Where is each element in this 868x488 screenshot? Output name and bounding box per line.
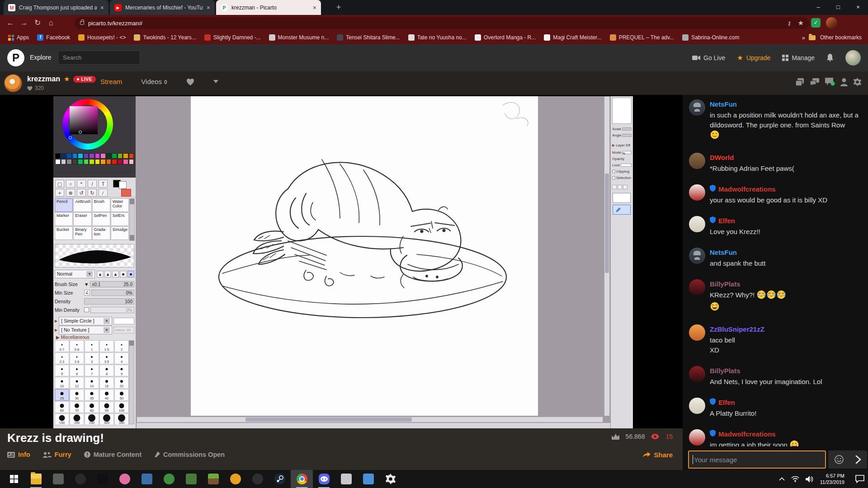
- upgrade-button[interactable]: ★ Upgrade: [737, 54, 770, 62]
- palette-swatch[interactable]: [78, 153, 83, 159]
- brush-size-7[interactable]: 7: [85, 365, 99, 376]
- section-miscellaneous[interactable]: ▶ Miscellaneous: [56, 335, 90, 340]
- palette-swatch[interactable]: [123, 153, 128, 159]
- sai-tool-watercolor[interactable]: Water Color: [111, 198, 129, 212]
- brush-size-250[interactable]: 250: [85, 413, 99, 425]
- chat-message[interactable]: Madwolfcreationsyour ass would be good a…: [689, 184, 863, 205]
- go-live-button[interactable]: Go Live: [692, 54, 725, 61]
- brush-size-350[interactable]: 350: [114, 413, 129, 425]
- home-icon[interactable]: ⌂: [44, 19, 58, 28]
- text-tool-icon[interactable]: T: [99, 180, 108, 188]
- brush-size-14[interactable]: 14: [85, 377, 99, 389]
- bookmark-item[interactable]: Tensei Shitara Slime...: [337, 34, 400, 41]
- taskbar-mail-app[interactable]: [357, 470, 379, 488]
- brush-size-0.7[interactable]: 0.7: [55, 340, 69, 352]
- palette-swatch[interactable]: [61, 159, 66, 164]
- chat-avatar[interactable]: [689, 153, 705, 169]
- param-slider[interactable]: 0%: [91, 290, 134, 296]
- bookmark-item[interactable]: Twokinds - 12 Years...: [134, 34, 196, 41]
- chat-message[interactable]: NetsFunin such a position milk wouldn't …: [689, 99, 863, 142]
- palette-swatch[interactable]: [89, 159, 94, 164]
- chat-username[interactable]: BillyPlats: [710, 366, 741, 376]
- tab-close-icon[interactable]: ×: [100, 4, 104, 11]
- bookmark-item[interactable]: Sabrina-Online.com: [682, 34, 739, 41]
- selection-checkbox[interactable]: Selection: [612, 176, 632, 180]
- brush-size-40[interactable]: 40: [99, 389, 114, 401]
- share-button[interactable]: Share: [643, 451, 673, 459]
- brush-size-50[interactable]: 50: [114, 389, 129, 401]
- taskbar-tree-game[interactable]: [180, 470, 202, 488]
- caret-down-icon[interactable]: ▼: [84, 282, 89, 287]
- palette-swatch[interactable]: [78, 159, 83, 164]
- mode-select[interactable]: N: [622, 151, 632, 154]
- tray-chevron-up-icon[interactable]: [779, 477, 785, 481]
- chat-message[interactable]: ElfenA Platty Burrito!: [689, 398, 863, 418]
- sai-tool-smudge[interactable]: Smudge: [111, 226, 129, 240]
- taskbar-steam[interactable]: [269, 470, 291, 488]
- bookmark-item[interactable]: Monster Musume n...: [269, 34, 329, 41]
- sai-tool-pencil[interactable]: Pencil: [55, 198, 73, 212]
- browser-profile-avatar[interactable]: [826, 17, 837, 28]
- chat-message[interactable]: ZzBluSniper21zZtaco bellXD: [689, 324, 863, 355]
- taskbar-chrome[interactable]: [291, 470, 313, 488]
- multistream-icon[interactable]: [796, 78, 805, 86]
- send-message-icon[interactable]: [855, 455, 861, 464]
- eyedropper-icon[interactable]: ∕: [99, 189, 108, 197]
- brush-size-1.5[interactable]: 1.5: [99, 340, 114, 352]
- magic-wand-icon[interactable]: *: [77, 180, 86, 188]
- taskbar-creator-app[interactable]: [246, 470, 269, 488]
- zoom-icon[interactable]: ⊕: [66, 189, 75, 197]
- palette-swatch[interactable]: [84, 159, 89, 164]
- other-bookmarks[interactable]: Other bookmarks: [820, 34, 862, 41]
- palette-swatch[interactable]: [100, 153, 106, 159]
- palette-swatch[interactable]: [112, 159, 117, 164]
- chat-username[interactable]: DWorld: [710, 153, 734, 163]
- volume-icon[interactable]: [806, 476, 814, 483]
- taskbar-fire-game[interactable]: [224, 470, 246, 488]
- angle-slider[interactable]: [622, 134, 632, 137]
- taskbar-hardware-monitor-app[interactable]: [47, 470, 69, 488]
- scale-slider[interactable]: [622, 127, 632, 131]
- taskbar-pink-creature-app[interactable]: [113, 470, 136, 488]
- chat-avatar[interactable]: [689, 429, 705, 446]
- brush-size-60[interactable]: 60: [55, 401, 69, 413]
- pen-icon[interactable]: /: [88, 180, 97, 188]
- bookmark-item[interactable]: Tate no Yuusha no...: [408, 34, 467, 41]
- palette-swatch[interactable]: [112, 153, 117, 159]
- start-button[interactable]: [3, 470, 25, 488]
- rotate-ccw-icon[interactable]: ↺: [77, 189, 86, 197]
- layer-row-selected[interactable]: [613, 205, 631, 215]
- brush-size-100[interactable]: 100: [114, 401, 129, 413]
- brush-size-300[interactable]: 300: [99, 413, 114, 425]
- rotate-cw-icon[interactable]: ↻: [88, 189, 97, 197]
- bookmark-star-icon[interactable]: ★: [798, 19, 804, 27]
- param-slider[interactable]: 100: [84, 298, 134, 305]
- chat-message-input[interactable]: Your message: [688, 450, 826, 469]
- layer-row[interactable]: [613, 193, 631, 203]
- chat-avatar[interactable]: [689, 324, 705, 341]
- move-icon[interactable]: +: [55, 189, 64, 197]
- brush-size-200[interactable]: 200: [70, 413, 84, 425]
- palette-swatch[interactable]: [72, 159, 78, 164]
- chat-avatar[interactable]: [689, 216, 705, 232]
- palette-swatch[interactable]: [129, 153, 134, 159]
- browser-tab[interactable]: ▶Mercenaries of Mischief - YouTub×: [110, 0, 215, 15]
- brush-size-70[interactable]: 70: [70, 401, 84, 413]
- rect-select-icon[interactable]: ▢: [55, 180, 64, 188]
- browser-tab[interactable]: Pkrezzman - Picarto×: [216, 0, 321, 15]
- chat-message[interactable]: DWorld*Rubbing Adrian Feet paws(: [689, 153, 863, 174]
- bell-icon[interactable]: [826, 54, 834, 62]
- bookmark-item[interactable]: fFacebook: [37, 34, 70, 41]
- category-badge[interactable]: Furry: [43, 451, 71, 458]
- chat-avatar[interactable]: [689, 184, 705, 201]
- brush-size-2.3[interactable]: 2.3: [55, 352, 69, 364]
- brush-size-10[interactable]: 10: [55, 377, 69, 389]
- palette-swatch[interactable]: [66, 153, 72, 159]
- forward-icon[interactable]: →: [17, 19, 31, 28]
- brush-shape-select[interactable]: [ Simple Circle ]▼: [59, 317, 112, 325]
- texture-select[interactable]: [ No Texture ]▼: [59, 326, 112, 334]
- palette-swatch[interactable]: [123, 159, 128, 164]
- chat-username[interactable]: Elfen: [718, 398, 735, 408]
- taskbar-phone-app[interactable]: [91, 470, 113, 488]
- chat-username[interactable]: ZzBluSniper21zZ: [710, 324, 764, 334]
